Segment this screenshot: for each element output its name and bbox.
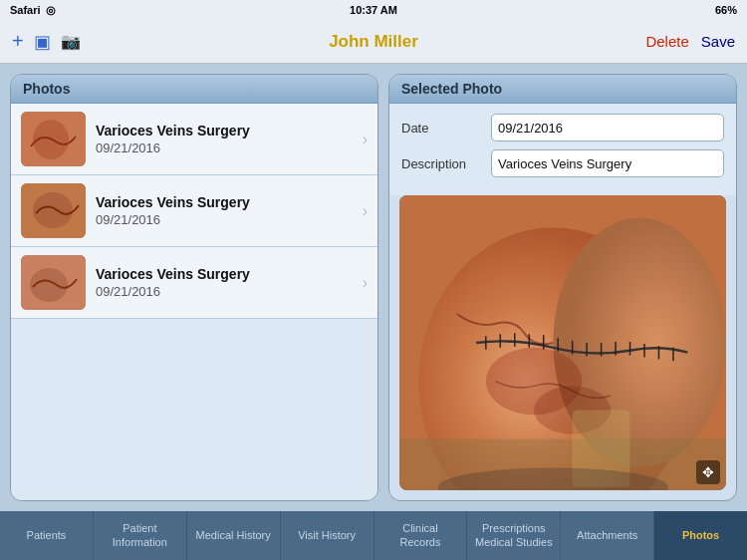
main-content: Photos Varioces Veins Surgery 09/21/2016 [0, 64, 747, 511]
patient-name-title: John Miller [329, 32, 418, 52]
tab-patient-info-label: Patient Information [113, 522, 167, 548]
photo-item-title: Varioces Veins Surgery [96, 194, 358, 210]
status-bar: Safari ◎ 10:37 AM 66% [0, 0, 747, 20]
photo-item-date: 09/21/2016 [96, 212, 358, 227]
selected-fields: Date Description [389, 104, 736, 195]
battery-indicator: 66% [715, 4, 737, 16]
photo-item[interactable]: Varioces Veins Surgery 09/21/2016 › [11, 104, 377, 175]
photo-thumbnail [21, 255, 86, 310]
photo-item-title: Varioces Veins Surgery [96, 123, 358, 139]
expand-icon[interactable]: ✥ [696, 460, 720, 484]
tab-bar: Patients Patient Information Medical His… [0, 511, 747, 560]
thumb-image-2 [21, 183, 86, 238]
photo-item-title: Varioces Veins Surgery [96, 266, 358, 282]
photo-thumbnail [21, 112, 86, 166]
date-input[interactable] [491, 114, 724, 141]
photo-item-info: Varioces Veins Surgery 09/21/2016 [86, 194, 358, 227]
tab-patients[interactable]: Patients [0, 511, 94, 560]
tab-medical-history-label: Medical History [196, 529, 271, 542]
tab-visit-history-label: Visit History [298, 529, 356, 542]
photo-item-date: 09/21/2016 [96, 140, 358, 155]
chevron-icon: › [363, 202, 368, 220]
camera-icon[interactable]: 📷 [61, 32, 81, 51]
tab-clinical-records[interactable]: Clinical Records [374, 511, 468, 560]
delete-button[interactable]: Delete [645, 33, 688, 50]
photo-item-date: 09/21/2016 [96, 284, 358, 299]
photo-list: Varioces Veins Surgery 09/21/2016 › [11, 104, 377, 500]
thumb-image-1 [21, 112, 86, 166]
tab-patient-info[interactable]: Patient Information [94, 511, 187, 560]
tab-prescriptions-label: Prescriptions Medical Studies [475, 522, 553, 548]
selected-panel: Selected Photo Date Description [388, 74, 737, 501]
status-left: Safari ◎ [10, 4, 56, 17]
image-icon[interactable]: ▣ [34, 31, 51, 53]
tab-prescriptions[interactable]: Prescriptions Medical Studies [467, 511, 561, 560]
photos-panel-header: Photos [11, 75, 377, 104]
add-icon[interactable]: + [12, 30, 24, 53]
photo-item-info: Varioces Veins Surgery 09/21/2016 [86, 266, 358, 299]
tab-medical-history[interactable]: Medical History [187, 511, 281, 560]
selected-panel-header: Selected Photo [389, 75, 736, 104]
description-label: Description [401, 156, 491, 171]
wifi-icon: ◎ [46, 4, 56, 17]
chevron-icon: › [363, 274, 368, 292]
date-field-row: Date [401, 114, 724, 141]
tab-patients-label: Patients [27, 529, 67, 542]
toolbar-right: Delete Save [645, 33, 735, 50]
tab-photos-label: Photos [682, 529, 719, 542]
large-photo-image [399, 195, 726, 490]
tab-visit-history[interactable]: Visit History [281, 511, 374, 560]
toolbar: + ▣ 📷 John Miller Delete Save [0, 20, 747, 64]
photo-thumbnail [21, 183, 86, 238]
tab-photos[interactable]: Photos [654, 511, 747, 560]
safari-label: Safari [10, 4, 41, 16]
save-button[interactable]: Save [701, 33, 735, 50]
tab-attachments-label: Attachments [577, 529, 637, 542]
date-label: Date [401, 121, 491, 136]
description-field-row: Description [401, 149, 724, 177]
photo-item-info: Varioces Veins Surgery 09/21/2016 [86, 123, 358, 155]
photos-panel: Photos Varioces Veins Surgery 09/21/2016 [10, 74, 378, 501]
chevron-icon: › [363, 131, 368, 148]
thumb-image-3 [21, 255, 86, 310]
photo-item[interactable]: Varioces Veins Surgery 09/21/2016 › [11, 247, 377, 319]
status-time: 10:37 AM [350, 4, 397, 16]
toolbar-left: + ▣ 📷 [12, 30, 81, 53]
tab-clinical-records-label: Clinical Records [399, 522, 440, 548]
large-photo-container: ✥ [399, 195, 726, 490]
description-input[interactable] [491, 149, 724, 177]
photo-item[interactable]: Varioces Veins Surgery 09/21/2016 › [11, 175, 377, 247]
tab-attachments[interactable]: Attachments [561, 511, 654, 560]
